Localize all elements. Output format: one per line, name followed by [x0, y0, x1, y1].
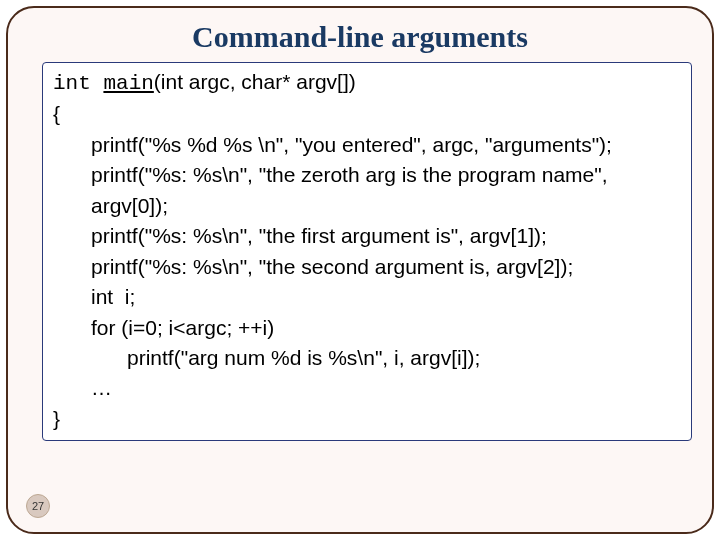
code-line: } [53, 404, 681, 434]
code-line: printf("%s %d %s \n", "you entered", arg… [53, 130, 681, 160]
signature-rest: (int argc, char* argv[]) [154, 70, 356, 93]
keyword-int: int [53, 72, 103, 95]
func-main: main [103, 72, 153, 95]
code-line: { [53, 99, 681, 129]
code-line: printf("%s: %s\n", "the first argument i… [53, 221, 681, 251]
code-line: argv[0]); [53, 191, 681, 221]
slide-title: Command-line arguments [8, 20, 712, 54]
code-line: … [53, 373, 681, 403]
code-line: printf("%s: %s\n", "the second argument … [53, 252, 681, 282]
code-line: printf("arg num %d is %s\n", i, argv[i])… [53, 343, 681, 373]
code-line: int i; [53, 282, 681, 312]
code-line: printf("%s: %s\n", "the zeroth arg is th… [53, 160, 681, 190]
page-number-badge: 27 [26, 494, 50, 518]
code-block: int main(int argc, char* argv[]) { print… [42, 62, 692, 441]
code-line: int main(int argc, char* argv[]) [53, 67, 681, 99]
code-line: for (i=0; i<argc; ++i) [53, 313, 681, 343]
slide-frame: Command-line arguments int main(int argc… [6, 6, 714, 534]
